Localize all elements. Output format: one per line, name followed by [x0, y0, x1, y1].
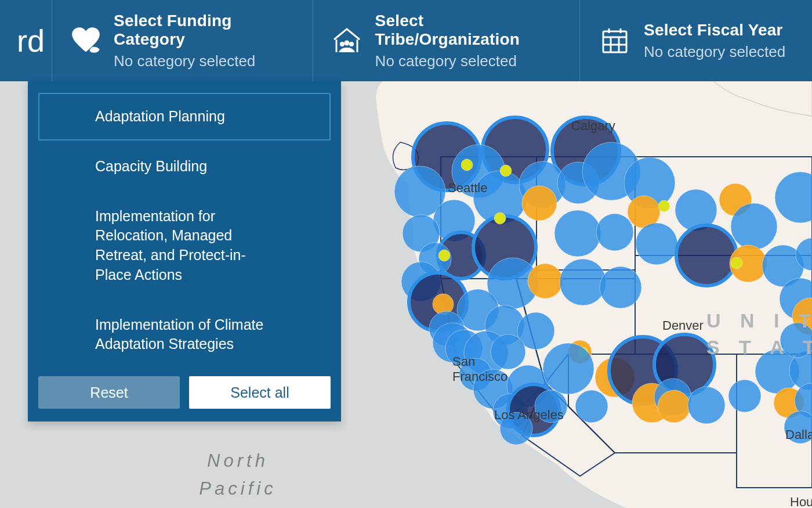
map-bubble[interactable] [494, 212, 506, 224]
filter-tribe-organization[interactable]: Select Tribe/Organization No category se… [313, 0, 580, 81]
svg-point-3 [345, 41, 350, 46]
map-bubble[interactable] [543, 343, 594, 394]
svg-rect-5 [603, 31, 626, 52]
dropdown-option[interactable]: Implementation for Relocation, Managed R… [38, 193, 331, 299]
dropdown-option[interactable]: Capacity Building [38, 143, 331, 190]
map-bubble[interactable] [575, 390, 608, 423]
map-bubble[interactable] [688, 387, 725, 424]
map-bubble[interactable] [528, 264, 563, 298]
svg-point-2 [340, 42, 345, 46]
dropdown-option[interactable]: Adaptation Planning [38, 93, 331, 140]
map-bubble[interactable] [535, 390, 567, 423]
map-bubble[interactable] [500, 412, 532, 445]
map-bubble[interactable] [600, 266, 641, 308]
filter-funding-sub: No category selected [114, 52, 294, 70]
map-bubble[interactable] [438, 250, 450, 261]
map-bubble[interactable] [560, 259, 606, 305]
map-bubble[interactable] [731, 203, 777, 250]
filter-fiscal-sub: No category selected [644, 43, 785, 61]
svg-point-4 [349, 42, 354, 46]
dashboard-title-fragment: rd [0, 0, 52, 81]
map-bubble[interactable] [500, 165, 512, 176]
filter-tribe-label: Select Tribe/Organization [375, 12, 561, 49]
dropdown-option[interactable]: Implementation of Climate Adaptation Str… [38, 301, 331, 366]
heart-leaf-icon [71, 26, 101, 56]
map-bubble[interactable] [596, 214, 633, 251]
filter-fiscal-label: Select Fiscal Year [644, 21, 785, 39]
dropdown-list[interactable]: Adaptation PlanningCapacity BuildingImpl… [38, 93, 331, 366]
filter-fiscal-year[interactable]: Select Fiscal Year No category selected [580, 0, 812, 81]
map-bubble[interactable] [658, 200, 670, 212]
calendar-icon [599, 26, 631, 56]
map-bubble[interactable] [731, 257, 742, 269]
funding-category-dropdown: Adaptation PlanningCapacity BuildingImpl… [28, 81, 341, 421]
map-bubble[interactable] [676, 225, 737, 286]
map-bubble[interactable] [780, 323, 812, 358]
select-all-button[interactable]: Select all [189, 376, 331, 409]
reset-button[interactable]: Reset [38, 376, 180, 409]
map-bubble[interactable] [728, 380, 761, 412]
map-bubble[interactable] [522, 186, 557, 221]
map-bubble[interactable] [554, 210, 601, 257]
filter-tribe-sub: No category selected [375, 52, 561, 70]
house-people-icon [332, 26, 362, 56]
filter-funding-category[interactable]: Select Funding Category No category sele… [52, 0, 313, 81]
map-bubble[interactable] [636, 223, 677, 265]
header-bar: rd Select Funding Category No category s… [0, 0, 812, 81]
map-bubble[interactable] [461, 159, 473, 171]
filter-funding-label: Select Funding Category [114, 12, 294, 49]
map-bubble[interactable] [658, 390, 690, 423]
ocean-label: NorthPacificOcean [174, 447, 302, 508]
map-bubble[interactable] [491, 334, 525, 369]
